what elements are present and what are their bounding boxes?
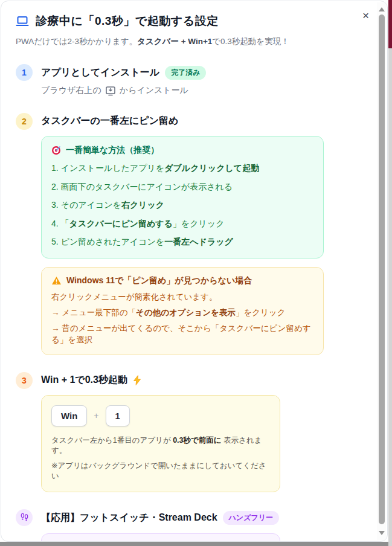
easiest-method-header: 一番簡単な方法（推奨）: [51, 145, 313, 156]
background-bottom-edge: [0, 542, 388, 546]
easiest-method-title: 一番簡単な方法（推奨）: [66, 145, 159, 156]
emphasized-text: 右クリック: [121, 200, 164, 210]
step-1-number: 1: [16, 64, 33, 81]
text-segment: 3. そのアイコンを: [51, 200, 121, 210]
text-segment: 4. 「: [51, 219, 69, 228]
emphasized-text: タスクバーにピン留めする: [69, 219, 173, 228]
text-line: 右クリックメニューが簡素化されています。: [51, 292, 313, 303]
step-2-title: タスクバーの一番左にピン留め: [41, 115, 178, 127]
step-2-number: 2: [16, 113, 33, 130]
shortcut-description-lines: タスクバー左から1番目のアプリが 0.3秒で前面に 表示されます。※アプリはバッ…: [51, 435, 270, 482]
scrollbar-thumb[interactable]: [379, 14, 385, 524]
shortcut-panel: Win + 1 タスクバー左から1番目のアプリが 0.3秒で前面に 表示されます…: [41, 395, 280, 492]
close-icon[interactable]: ×: [360, 7, 371, 24]
emphasized-text: タスクバー + Win+1: [137, 37, 212, 46]
win11-warning-header: Windows 11で「ピン留め」が見つからない場合: [51, 275, 313, 286]
step-4-title: 【応用】フットスイッチ・Stream Deck: [41, 512, 217, 524]
background-page-edge-top: [388, 0, 392, 48]
win11-warning-panel: Windows 11で「ピン留め」が見つからない場合 右クリックメニューが簡素化…: [41, 267, 324, 355]
text-line: 4. 「タスクバーにピン留めする」をクリック: [51, 218, 313, 230]
plus-sign: +: [94, 411, 98, 420]
text-segment: タスクバー左から1番目のアプリが: [51, 436, 173, 445]
text-segment: で0.3秒起動を実現！: [212, 37, 289, 46]
step-1-description: ブラウザ右上の からインストール: [41, 85, 370, 96]
text-line: 3. そのアイコンを右クリック: [51, 199, 313, 211]
lightning-bolt-icon: [133, 375, 141, 385]
scroll-up-arrow-icon[interactable]: [379, 7, 385, 11]
step-3-title: Win + 1で0.3秒起動: [41, 374, 127, 387]
step-2-pin-taskbar: 2 タスクバーの一番左にピン留め: [16, 113, 370, 355]
step-3-win1-launch: 3 Win + 1で0.3秒起動 Win +: [16, 372, 370, 492]
warning-triangle-icon: [51, 276, 62, 285]
dialog-content: 診療中に「0.3秒」で起動する設定 PWAだけでは2-3秒かかります。タスクバー…: [1, 1, 376, 541]
dialog-subtitle: PWAだけでは2-3秒かかります。タスクバー + Win+1で0.3秒起動を実現…: [16, 36, 370, 47]
text-segment: 」をクリック: [173, 219, 225, 228]
easiest-method-panel: 一番簡単な方法（推奨） 1. インストールしたアプリをダブルクリックして起動2.…: [41, 136, 324, 259]
step-4-footswitch: 【応用】フットスイッチ・Stream Deck ハンズフリー 診察中はWin+1…: [16, 509, 370, 541]
emphasized-text: その他のオプションを表示: [136, 308, 236, 317]
scrollbar[interactable]: [377, 2, 386, 540]
text-line: → 昔のメニューが出てくるので、そこから「タスクバーにピン留めする」を選択: [51, 323, 313, 346]
emphasized-text: ダブルクリックして起動: [164, 163, 259, 173]
shortcut-keys: Win + 1: [51, 405, 270, 426]
launch-settings-dialog: × 診療中に「0.3秒」で起動する設定 PWAだけでは2-3秒かかります。タスク…: [1, 1, 388, 542]
text-line: 1. インストールしたアプリをダブルクリックして起動: [51, 162, 313, 175]
text-line: → メニュー最下部の「その他のオプションを表示」をクリック: [51, 307, 313, 319]
one-key: 1: [106, 405, 130, 426]
dialog-header: 診療中に「0.3秒」で起動する設定: [16, 13, 370, 29]
status-badge-completed: 完了済み: [165, 66, 206, 80]
emphasized-text: 0.3秒で前面に: [173, 436, 221, 445]
footprints-icon: [16, 509, 33, 526]
text-segment: 1. インストールしたアプリを: [51, 163, 164, 173]
easiest-method-steps: 1. インストールしたアプリをダブルクリックして起動2. 画面下のタスクバーにア…: [51, 162, 313, 248]
step-1-desc-post: からインストール: [120, 85, 188, 96]
step-1-desc-pre: ブラウザ右上の: [41, 85, 101, 96]
dart-target-icon: [51, 146, 61, 155]
hands-free-badge: ハンズフリー: [223, 511, 279, 525]
text-segment: ※アプリはバックグラウンドで開いたままにしておいてください: [51, 461, 266, 481]
scroll-down-arrow-icon[interactable]: [379, 531, 385, 535]
text-line: タスクバー左から1番目のアプリが 0.3秒で前面に 表示されます。: [51, 435, 270, 457]
win11-warning-title: Windows 11で「ピン留め」が見つからない場合: [66, 275, 252, 286]
emphasized-text: 一番左へドラッグ: [164, 237, 233, 246]
text-segment: 」をクリック: [236, 308, 286, 317]
background-scrollbar-edge: [388, 48, 392, 546]
laptop-icon: [16, 15, 29, 27]
win-key: Win: [51, 405, 87, 426]
text-segment: 5. ピン留めされたアイコンを: [51, 237, 164, 246]
text-line: 5. ピン留めされたアイコンを一番左へドラッグ: [51, 236, 313, 248]
text-segment: 右クリックメニューが簡素化されています。: [51, 292, 217, 301]
text-segment: 2. 画面下のタスクバーにアイコンが表示される: [51, 182, 233, 191]
text-segment: → メニュー最下部の「: [51, 308, 136, 317]
page-background: × 診療中に「0.3秒」で起動する設定 PWAだけでは2-3秒かかります。タスク…: [0, 0, 392, 546]
text-segment: → 昔のメニューが出てくるので、そこから「タスクバーにピン留めする」を選択: [51, 324, 311, 344]
win11-warning-lines: 右クリックメニューが簡素化されています。→ メニュー最下部の「その他のオプション…: [51, 292, 313, 346]
install-monitor-icon: [105, 86, 116, 96]
step-3-number: 3: [16, 372, 33, 389]
text-line: ※アプリはバックグラウンドで開いたままにしておいてください: [51, 461, 270, 482]
step-1-install-app: 1 アプリとしてインストール 完了済み ブラウザ右上の: [16, 64, 370, 96]
page-title: 診療中に「0.3秒」で起動する設定: [36, 13, 219, 29]
text-line: 2. 画面下のタスクバーにアイコンが表示される: [51, 181, 313, 193]
text-segment: PWAだけでは2-3秒かかります。: [16, 37, 137, 46]
footswitch-panel: 診察中はWin+1を押すのも面倒！→ フットスイッチやStream Deckに「…: [41, 533, 280, 541]
step-1-title: アプリとしてインストール: [41, 66, 159, 79]
